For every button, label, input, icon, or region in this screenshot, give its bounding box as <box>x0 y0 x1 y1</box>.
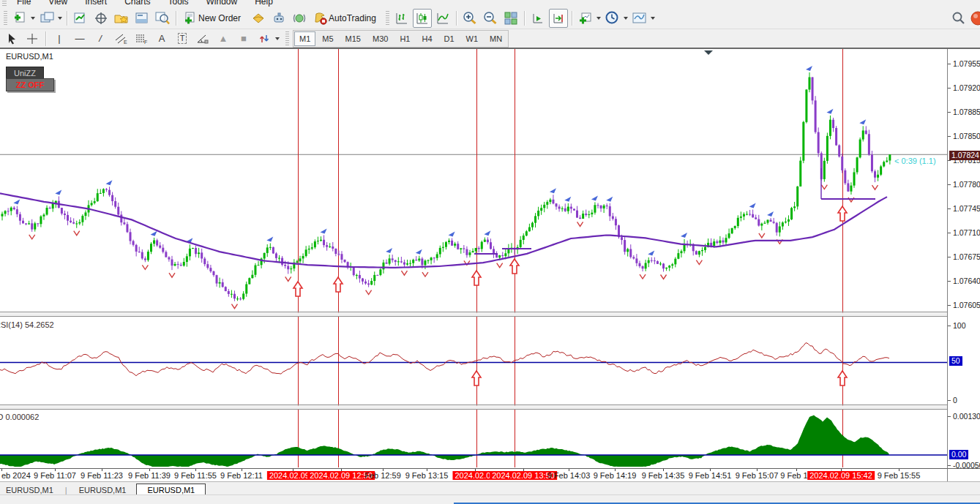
timeframe-m1[interactable]: M1 <box>294 31 315 46</box>
profiles-icon <box>40 12 54 25</box>
terminal-button[interactable] <box>132 9 152 28</box>
timeframe-w1[interactable]: W1 <box>461 31 484 46</box>
vertical-line-tool[interactable]: | <box>50 29 69 48</box>
time-axis-label: 9 Feb 12:11 <box>220 471 263 480</box>
timeframe-d1[interactable]: D1 <box>439 31 460 46</box>
cursor-tool-button[interactable] <box>2 29 21 48</box>
periods-clock-icon <box>605 11 619 25</box>
zoom-out-icon <box>483 11 498 25</box>
bar-chart-button[interactable] <box>392 9 411 28</box>
macd_axis-level-box: 0.00 <box>949 450 968 459</box>
timeframe-h4[interactable]: H4 <box>416 31 437 46</box>
autotrading-button[interactable]: AutoTrading <box>310 9 383 28</box>
notification-badge-icon[interactable] <box>968 10 980 27</box>
templates-caret[interactable] <box>651 17 655 20</box>
templates-button[interactable] <box>630 9 649 28</box>
community-button[interactable] <box>290 9 309 28</box>
equidistant-channel-tool[interactable]: E <box>111 29 130 48</box>
profiles-caret[interactable] <box>58 17 62 20</box>
arrows-tool[interactable] <box>255 29 274 48</box>
menu-item-view[interactable]: View <box>40 0 76 7</box>
macd-pane-label: MACD 0.000062 <box>0 413 39 421</box>
menu-item-charts[interactable]: Charts <box>116 0 159 7</box>
menu-item-help[interactable]: Help <box>246 0 282 7</box>
strategy-tester-button[interactable] <box>153 9 172 28</box>
label-tool[interactable]: T <box>173 29 192 48</box>
new-order-label: New Order <box>198 13 241 23</box>
price-axis-label: 1.07675 <box>953 252 980 261</box>
triangle-shape-tool[interactable]: ▲ <box>214 29 233 48</box>
time-axis-label: Feb 12:59 <box>364 471 401 480</box>
toolbar-grip[interactable] <box>4 11 7 26</box>
tile-windows-button[interactable] <box>501 9 520 28</box>
menu-item-file[interactable]: File <box>8 0 40 7</box>
fibonacci-tool[interactable]: F <box>132 29 151 48</box>
angle-icon <box>196 33 209 45</box>
macd_axis-tick <box>948 416 951 417</box>
menu-item-window[interactable]: Window <box>198 0 247 7</box>
new-chart-icon <box>13 12 26 25</box>
new-order-icon <box>184 12 197 25</box>
navigator-icon <box>114 12 129 25</box>
zoom-in-button[interactable] <box>460 9 479 28</box>
price-axis-tick <box>948 233 951 233</box>
candlestick-chart-button[interactable] <box>413 9 432 28</box>
chart-shift-button[interactable] <box>549 9 568 28</box>
toolbar-grip[interactable] <box>386 11 389 26</box>
angle-tool[interactable] <box>193 29 212 48</box>
chart-tab-bar: EURUSD,M1|EURUSD,M1EURUSD,M1 <box>0 481 980 495</box>
new-chart-caret[interactable] <box>31 17 35 20</box>
navigator-button[interactable] <box>112 9 131 28</box>
chart-tab-2[interactable]: EURUSD,M1 <box>136 484 206 495</box>
chart-tab-0[interactable]: EURUSD,M1 <box>0 484 64 495</box>
line-chart-button[interactable] <box>433 9 452 28</box>
time-axis-label: 9 Feb 11:23 <box>81 471 123 480</box>
indicators-button[interactable] <box>576 9 595 28</box>
timeframe-m30[interactable]: M30 <box>367 31 393 46</box>
time-axis-label: 9 Feb 11:07 <box>34 471 76 480</box>
data-window-icon <box>94 12 108 25</box>
metaeditor-icon <box>252 12 265 25</box>
zz-off-button[interactable]: ZZ OFF <box>6 78 54 91</box>
periods-caret[interactable] <box>624 17 628 20</box>
indicators-caret[interactable] <box>596 17 601 20</box>
timeframe-h1[interactable]: H1 <box>394 31 415 46</box>
toolbar-grip[interactable] <box>285 31 289 46</box>
toolbar-separator <box>456 11 457 26</box>
timeframe-m15[interactable]: M15 <box>340 31 366 46</box>
menu-grip[interactable] <box>2 1 7 7</box>
time-axis-label: 9 Feb 11:39 <box>128 471 171 480</box>
arrows-tool-caret[interactable] <box>275 37 280 40</box>
data-window-button[interactable] <box>91 9 111 28</box>
timeframe-mn[interactable]: MN <box>485 31 507 46</box>
profiles-button[interactable] <box>37 9 56 28</box>
new-order-button[interactable]: New Order <box>180 9 247 28</box>
menu-item-insert[interactable]: Insert <box>76 0 116 7</box>
auto-scroll-button[interactable] <box>528 9 547 28</box>
price-axis[interactable]: 1.079551.079201.078851.078501.078151.077… <box>947 49 980 468</box>
text-tool[interactable]: A <box>152 29 171 48</box>
triangle-icon: ▲ <box>219 34 228 43</box>
market-watch-button[interactable] <box>71 9 90 28</box>
new-chart-button[interactable] <box>10 9 29 28</box>
timeframe-m5[interactable]: M5 <box>317 31 338 46</box>
candlestick-chart-icon <box>416 12 429 25</box>
expert-advisors-button[interactable] <box>269 9 288 28</box>
autotrading-label: AutoTrading <box>329 13 376 23</box>
menu-item-tools[interactable]: Tools <box>160 0 198 7</box>
chart-tab-1[interactable]: EURUSD,M1 <box>69 484 137 495</box>
channel-icon: E <box>114 33 127 45</box>
terminal-icon <box>135 12 149 25</box>
unizz-button[interactable]: UniZZ <box>6 67 44 79</box>
trendline-icon: / <box>99 34 102 43</box>
periods-button[interactable] <box>603 9 622 28</box>
metaeditor-button[interactable] <box>249 9 268 28</box>
crosshair-tool-button[interactable] <box>23 29 42 48</box>
horizontal-line-tool[interactable]: — <box>70 29 89 48</box>
toolbar-separator <box>524 11 525 26</box>
zoom-out-button[interactable] <box>481 9 500 28</box>
rectangle-shape-tool[interactable]: ■ <box>234 29 253 48</box>
search-button[interactable] <box>949 9 968 28</box>
chart-canvas[interactable] <box>0 49 947 468</box>
trendline-tool[interactable]: / <box>91 29 110 48</box>
